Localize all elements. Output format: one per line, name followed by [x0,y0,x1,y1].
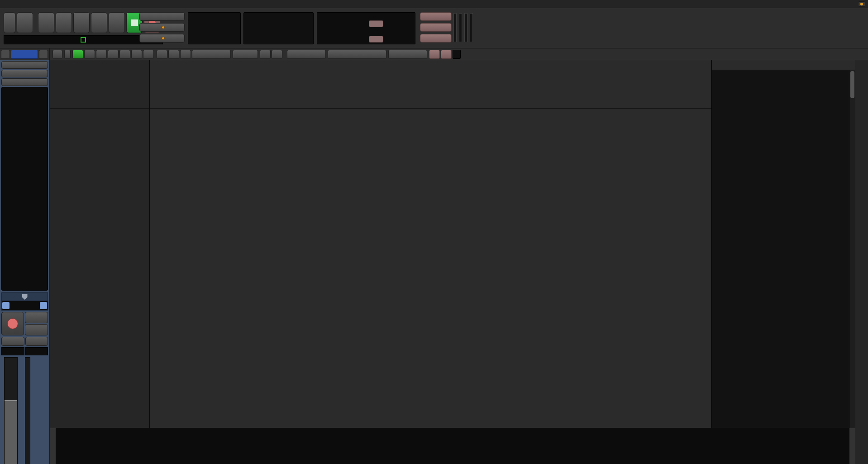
selection-color-swatch[interactable] [11,50,38,59]
peak-display[interactable] [25,347,48,355]
record-icon [7,318,18,329]
record-enable-button[interactable] [1,312,24,335]
pan-lr-row [2,301,48,310]
play-range-button[interactable] [91,12,107,33]
range-tool-button[interactable] [84,50,95,59]
scrollbar-thumb[interactable] [850,71,854,98]
transport-buttons [4,12,160,33]
menubar [0,0,868,8]
follow-edits-led-icon [162,26,165,29]
monitor-disk-button[interactable] [25,324,48,335]
processor-box[interactable] [1,87,48,291]
track-canvas[interactable] [149,60,711,428]
draw-tool-button[interactable] [131,50,142,59]
go-to-start-button[interactable] [38,12,54,33]
pan-left-label [2,302,10,309]
auto-return-button[interactable] [139,34,185,43]
selection-punch-panel [317,12,415,44]
strip-name-button[interactable] [1,61,48,69]
primary-clock[interactable] [188,12,241,44]
track-list [712,70,849,464]
track-list-header [712,60,855,70]
error-led-icon [860,3,863,5]
follow-edits-button[interactable] [139,23,185,32]
sync-source-button[interactable] [139,12,185,21]
ardour-editor-window [0,0,868,464]
cut-tool-button[interactable] [96,50,107,59]
feedback-button[interactable] [420,34,452,43]
mute-button[interactable] [1,337,24,346]
zoom-fit-button[interactable] [180,50,191,59]
close-icon[interactable] [39,50,48,59]
stop-icon [131,19,138,26]
pan-handle-icon [22,294,28,300]
nudge-clock[interactable] [453,50,461,59]
smart-mode-button[interactable] [64,50,71,59]
session-summary[interactable] [50,428,855,464]
strip-phase-button[interactable] [1,78,48,86]
pan-widget[interactable] [1,292,48,311]
grid-dropdown[interactable] [287,50,326,59]
stretch-tool-button[interactable] [108,50,119,59]
summary-scroll-left-icon[interactable] [50,428,56,464]
marker-scope-dropdown[interactable] [233,50,258,59]
track-header-column [50,60,149,428]
error-log-button[interactable] [858,1,865,7]
shrink-tracks-button[interactable] [260,50,271,59]
range-mode-icon[interactable] [1,50,10,59]
editor-toolbar [0,48,868,60]
solo-button[interactable] [420,12,452,21]
zoom-out-button[interactable] [157,50,167,59]
grid-type-dropdown[interactable] [328,50,386,59]
edit-tool-button[interactable] [143,50,154,59]
nudge-forward-button[interactable] [441,50,452,59]
level-meter [25,357,30,464]
monitor-options [420,12,452,43]
ruler-labels [50,60,149,109]
canvas-rulers[interactable] [149,60,711,109]
pan-pointer[interactable] [2,293,48,301]
gain-fader[interactable] [4,357,18,464]
track-list-scrollbar[interactable] [849,70,855,464]
loop-button[interactable] [73,12,90,33]
auto-return-led-icon [162,37,165,40]
zoom-focus-dropdown[interactable] [192,50,231,59]
nudge-back-button[interactable] [429,50,440,59]
strip-input-button[interactable] [1,70,48,77]
expand-tracks-button[interactable] [272,50,282,59]
snap-mode-dropdown[interactable] [388,50,427,59]
side-tab-strip [855,60,868,464]
midi-panic-button[interactable] [4,12,15,33]
meter-label [309,36,310,41]
zoom-in-button[interactable] [168,50,179,59]
play-button[interactable] [109,12,125,33]
metronome-button[interactable] [17,12,33,33]
go-to-end-button[interactable] [56,12,72,33]
tempo-meter-row [248,36,310,41]
secondary-clock-time [244,13,313,15]
transport-indicator-icon [81,37,86,43]
punch-in-button[interactable] [369,20,383,27]
primary-clock-time [188,13,240,16]
pan-right-label [40,302,47,309]
summary-overview[interactable] [56,428,849,464]
editor-main [0,60,868,464]
punch-out-button[interactable] [369,36,383,43]
fader-meter-block [1,357,48,464]
tracks-busses-panel [711,60,855,464]
grab-tool-button[interactable] [72,50,83,59]
audition-tool-button[interactable] [119,50,130,59]
summary-scroll-right-icon[interactable] [849,428,855,464]
edit-mode-dropdown[interactable] [52,50,62,59]
editor-mixer-strip [0,60,50,464]
audition-button[interactable] [420,23,452,32]
playhead[interactable] [149,60,150,428]
solo-button[interactable] [25,337,48,346]
status-bar [845,1,868,7]
master-mini-meters [453,13,473,42]
monitor-input-button[interactable] [25,312,48,323]
sync-options [139,12,185,43]
secondary-clock[interactable] [243,12,314,44]
tempo-label [248,36,249,41]
gain-display[interactable] [1,347,24,355]
